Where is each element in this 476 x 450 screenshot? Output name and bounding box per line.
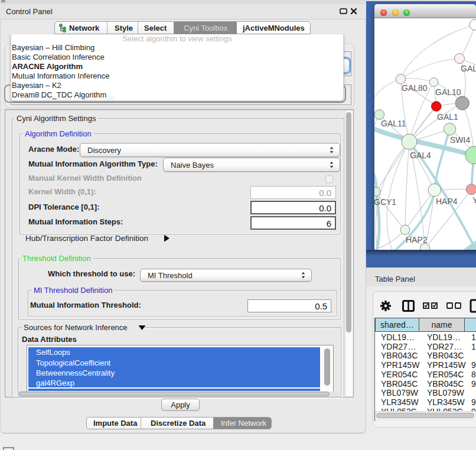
svg-text:HAP2: HAP2 (406, 235, 428, 244)
svg-text:Y: Y (472, 195, 476, 205)
svg-text:SWI4: SWI4 (450, 135, 470, 145)
svg-text:GAL4: GAL4 (410, 151, 431, 160)
svg-text:GAL7: GAL7 (461, 64, 476, 73)
svg-text:GAL1: GAL1 (437, 112, 458, 122)
svg-text:GAL11: GAL11 (381, 119, 406, 128)
svg-text:GAL10: GAL10 (435, 87, 461, 97)
svg-text:GCY1: GCY1 (374, 197, 396, 207)
svg-text:HAP4: HAP4 (436, 197, 458, 206)
svg-text:GAL80: GAL80 (402, 83, 428, 93)
